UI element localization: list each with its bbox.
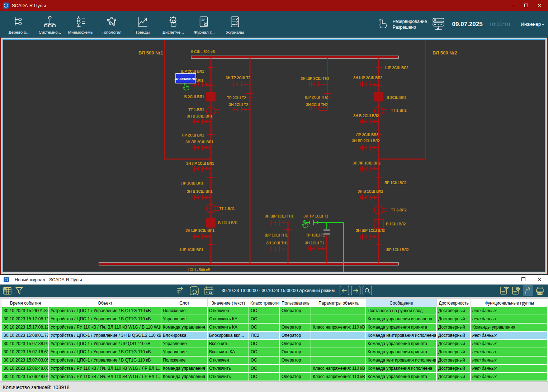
device-label: ЗН 2СШ Т2 <box>229 103 248 107</box>
toolbar-button-mnemoschemes[interactable]: Мнемосхемы <box>65 14 96 34</box>
svg-text:ЗАЗЕМЛЕНО: ЗАЗЕМЛЕНО <box>175 77 197 81</box>
busbar-1-500kv[interactable] <box>99 263 398 265</box>
chevron-down-icon: ▾ <box>542 23 544 27</box>
busbar2-label: II СШ - 500 кВ <box>191 50 215 54</box>
earth-switch-zn-shr-2ssh-vl2[interactable] <box>361 81 379 87</box>
hand-cursor-icon <box>183 83 189 90</box>
earth-switch-zn-v-2ssh-vl1[interactable] <box>193 119 211 124</box>
earth-switch-zn-lr-2ssh-vl1[interactable] <box>193 145 211 150</box>
ct-tt-2-vl2[interactable] <box>374 206 387 214</box>
device-label: ЛР 2СШ ВЛ1 <box>182 133 204 137</box>
journal-toolbar: 30.10.23 13:00:00 - 30.10.23 15:00:00 Ар… <box>0 285 548 297</box>
earth-switch-zn-2ssh-t2[interactable] <box>232 107 250 113</box>
earth-switch-zn-tr-1ssh-t1-green[interactable] <box>304 220 322 225</box>
table-row[interactable]: 30.10.2023 15:07:38.924Устройства / ЦПС-… <box>2 340 548 348</box>
col-header-value[interactable]: Значение (текст) <box>208 299 249 307</box>
earth-switch-zn-tr-2ssh-t2[interactable] <box>232 81 250 87</box>
toolbar-button-system-tree[interactable]: Системно... <box>34 14 65 34</box>
col-header-message[interactable]: Сообщение <box>366 299 437 307</box>
breaker-v-1ssh-vl1-closed[interactable] <box>206 218 216 228</box>
earth-switch-zn-v-2ssh-vl2[interactable] <box>361 119 379 124</box>
app-logo-icon <box>3 3 9 9</box>
table-row[interactable]: 30.10.2023 15:17:08.199Устройства / ЦПС-… <box>2 315 548 324</box>
calendar-icon[interactable] <box>204 286 214 296</box>
device-label: ЗН В 2СШ ВЛ2 <box>353 114 379 118</box>
earth-switch-zn-lr-1ssh-vl1[interactable] <box>193 166 211 172</box>
journal-close-button[interactable]: ✕ <box>538 277 542 282</box>
device-label: ЗН ЛР 2СШ ВЛ2 <box>352 139 380 143</box>
toolbar-button-trends[interactable]: Тренды <box>127 14 158 34</box>
earth-switch-zn-shr-1ssh-tn1[interactable] <box>270 220 288 226</box>
export-icon[interactable] <box>523 285 533 296</box>
earth-switch-zn-1ssh-tn1[interactable] <box>270 246 288 252</box>
device-label: ЗН В 1СШ ВЛ1 <box>187 190 213 193</box>
ct-tt-2-vl1[interactable] <box>207 204 219 213</box>
journal-maximize-button[interactable] <box>521 277 525 282</box>
breaker-v-2ssh-vl1-closed[interactable] <box>206 92 216 101</box>
col-header-time[interactable]: Время события <box>2 299 49 307</box>
user-menu[interactable]: Инженер ▾ <box>521 21 544 27</box>
earth-switch-zn-1ssh-t1[interactable] <box>309 245 327 251</box>
earth-switch-zn-v-1ssh-vl2[interactable] <box>361 195 379 200</box>
table-row[interactable]: 30.10.2023 15:26:01.356Устройства / ЦПС-… <box>2 307 548 315</box>
toolbar-button-dispatcher[interactable]: Диспетче... <box>158 14 189 34</box>
col-header-func-groups[interactable]: Функциональные группы <box>471 299 548 307</box>
device-label: ТР 1СШ Т1 <box>306 233 325 237</box>
transfer-icon[interactable] <box>175 286 184 295</box>
earth-switch-zn-lr-2ssh-vl2[interactable] <box>361 145 379 150</box>
earth-switch-zn-v-1ssh-vl1[interactable] <box>193 195 211 200</box>
col-header-alarm-class[interactable]: Класс тревоги <box>249 299 280 307</box>
mnemoscheme-canvas[interactable]: ВЛ 500 №1 ВЛ 500 №2 II СШ - 500 кВ I СШ … <box>3 39 545 272</box>
col-header-slot[interactable]: Слот <box>161 299 208 307</box>
col-header-object[interactable]: Объект <box>49 299 161 307</box>
toolbar-button-alarm-journal[interactable]: Журнал т... <box>189 14 219 34</box>
table-row-selected[interactable]: 30.10.2023 15:08:01.770Устройства / ЦПС-… <box>2 332 548 340</box>
search-button[interactable] <box>363 286 372 295</box>
earth-switch-zn-shr-1ssh-vl2[interactable] <box>361 234 379 240</box>
prev-interval-button[interactable] <box>340 286 349 295</box>
filter-icon[interactable] <box>15 286 24 295</box>
print-icon[interactable] <box>535 285 545 296</box>
record-count-statusbar: Количество записей: 103918 <box>0 381 548 392</box>
earth-switch-zn-shr-1ssh-vl1[interactable] <box>193 234 211 239</box>
device-label: ЗН ЛР 1СШ ВЛ1 <box>186 162 214 166</box>
col-header-validity[interactable]: Достоверность <box>437 299 471 307</box>
column-setup-icon[interactable] <box>3 286 12 295</box>
table-row[interactable]: 30.10.2023 15:17:08.192Устройства / РУ 1… <box>2 324 548 332</box>
mnemoschemes-icon <box>74 14 88 29</box>
device-label: ШР 1СШ ВЛ2 <box>386 248 409 252</box>
table-row[interactable]: 30.10.2023 15:07:03.060Устройства / ЦПС-… <box>2 357 548 365</box>
minimize-button[interactable]: – <box>512 3 515 8</box>
journal-settings-icon[interactable] <box>511 285 521 296</box>
close-button[interactable]: ✕ <box>537 3 542 8</box>
toolbar-button-journals[interactable]: Журналы <box>219 14 250 34</box>
refresh-icon[interactable] <box>189 286 199 296</box>
toolbar-button-topology[interactable]: Топология <box>96 14 127 34</box>
breaker-v-2ssh-vl2-closed[interactable] <box>374 92 383 101</box>
hand-cursor-icon <box>302 220 308 228</box>
device-label: ТТ 1-ВЛ1 <box>189 108 204 112</box>
device-label: ЛР 2СШ ВЛ2 <box>356 133 378 137</box>
device-label: ЗН В 1СШ ВЛ2 <box>358 190 383 193</box>
table-row[interactable]: 30.10.2023 15:06:48.051Устройства / РУ 1… <box>2 365 548 373</box>
journal-title: Новый журнал - SCADA-R Пульт <box>15 277 82 282</box>
earth-switch-zn-shr-2ssh-tn2[interactable] <box>310 81 327 87</box>
maximize-button[interactable] <box>524 3 528 8</box>
journals-icon <box>228 14 242 29</box>
archive-period: 30.10.23 13:00:00 - 30.10.23 15:00:00 Ар… <box>222 288 335 293</box>
table-row[interactable]: 30.10.2023 15:07:16.691Устройства / ЦПС-… <box>2 348 548 357</box>
journal-minimize-button[interactable]: – <box>507 277 509 282</box>
mnemoscheme-frame: ВЛ 500 №1 ВЛ 500 №2 II СШ - 500 кВ I СШ … <box>0 38 548 274</box>
busbar1-label: I СШ - 500 кВ <box>188 268 210 272</box>
toolbar-button-object-tree[interactable]: Дерево о... <box>4 14 34 34</box>
device-label: ЗН ЛР 1СШ ВЛ2 <box>353 161 381 165</box>
next-interval-button[interactable] <box>351 286 360 295</box>
col-header-object-params[interactable]: Параметры объекта <box>311 299 366 307</box>
earth-switch-zn-lr-1ssh-vl2[interactable] <box>361 166 379 172</box>
journal-titlebar: Новый журнал - SCADA-R Пульт – ✕ <box>0 275 548 285</box>
grounded-tooltip: ЗАЗЕМЛЕНО <box>175 73 197 84</box>
col-header-user[interactable]: Пользователь <box>280 299 311 307</box>
busbar-2-500kv[interactable] <box>191 56 398 58</box>
filter-settings-icon[interactable] <box>499 285 510 296</box>
table-row[interactable]: 30.10.2023 15:06:48.042Устройства / РУ 1… <box>2 373 548 381</box>
